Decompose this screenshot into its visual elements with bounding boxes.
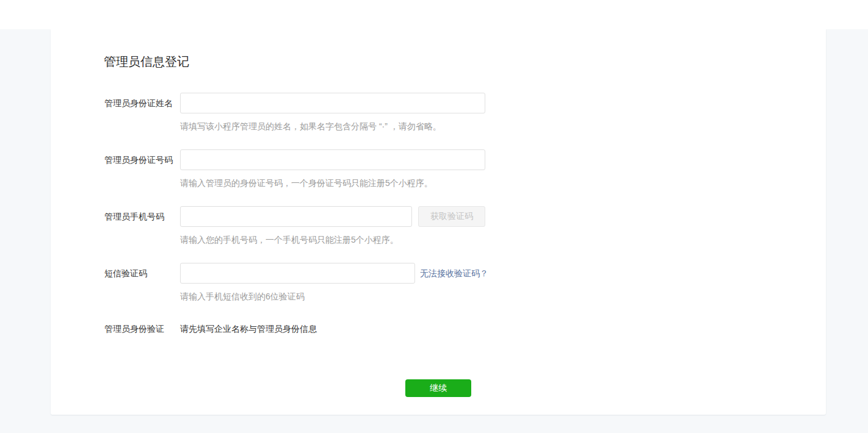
form-row-admin-mobile: 管理员手机号码 获取验证码 请输入您的手机号码，一个手机号码只能注册5个小程序。 bbox=[104, 206, 826, 246]
sms-code-control: 无法接收验证码？ 请输入手机短信收到的6位验证码 bbox=[180, 263, 488, 302]
admin-mobile-helper: 请输入您的手机号码，一个手机号码只能注册5个小程序。 bbox=[180, 234, 485, 246]
admin-id-number-helper: 请输入管理员的身份证号码，一个身份证号码只能注册5个小程序。 bbox=[180, 177, 485, 189]
form-row-admin-id-name: 管理员身份证姓名 请填写该小程序管理员的姓名，如果名字包含分隔号 “·” ，请勿… bbox=[104, 93, 826, 132]
submit-row: 继续 bbox=[51, 379, 826, 397]
continue-button[interactable]: 继续 bbox=[405, 379, 471, 397]
admin-mobile-control: 获取验证码 请输入您的手机号码，一个手机号码只能注册5个小程序。 bbox=[180, 206, 485, 246]
admin-mobile-label: 管理员手机号码 bbox=[104, 206, 180, 222]
page-title: 管理员信息登记 bbox=[104, 55, 826, 68]
form-row-identity-verify: 管理员身份验证 请先填写企业名称与管理员身份信息 bbox=[104, 320, 826, 334]
identity-verify-value: 请先填写企业名称与管理员身份信息 bbox=[180, 320, 317, 334]
sms-code-helper: 请输入手机短信收到的6位验证码 bbox=[180, 290, 488, 302]
sms-code-label: 短信验证码 bbox=[104, 263, 180, 279]
form-row-admin-id-number: 管理员身份证号码 请输入管理员的身份证号码，一个身份证号码只能注册5个小程序。 bbox=[104, 149, 826, 189]
admin-id-name-input[interactable] bbox=[180, 93, 485, 113]
top-header-bar bbox=[0, 0, 868, 29]
get-code-button[interactable]: 获取验证码 bbox=[418, 206, 485, 227]
admin-id-number-label: 管理员身份证号码 bbox=[104, 149, 180, 165]
admin-mobile-input[interactable] bbox=[180, 206, 412, 227]
admin-id-name-control: 请填写该小程序管理员的姓名，如果名字包含分隔号 “·” ，请勿省略。 bbox=[180, 93, 485, 132]
admin-id-name-helper: 请填写该小程序管理员的姓名，如果名字包含分隔号 “·” ，请勿省略。 bbox=[180, 120, 485, 132]
admin-id-name-label: 管理员身份证姓名 bbox=[104, 93, 180, 109]
cannot-receive-code-link[interactable]: 无法接收验证码？ bbox=[420, 263, 488, 284]
identity-verify-label: 管理员身份验证 bbox=[104, 320, 180, 334]
admin-id-number-control: 请输入管理员的身份证号码，一个身份证号码只能注册5个小程序。 bbox=[180, 149, 485, 189]
form-row-sms-code: 短信验证码 无法接收验证码？ 请输入手机短信收到的6位验证码 bbox=[104, 263, 826, 302]
admin-id-number-input[interactable] bbox=[180, 149, 485, 170]
sms-code-input[interactable] bbox=[180, 263, 415, 284]
registration-card: 管理员信息登记 管理员身份证姓名 请填写该小程序管理员的姓名，如果名字包含分隔号… bbox=[51, 29, 826, 415]
